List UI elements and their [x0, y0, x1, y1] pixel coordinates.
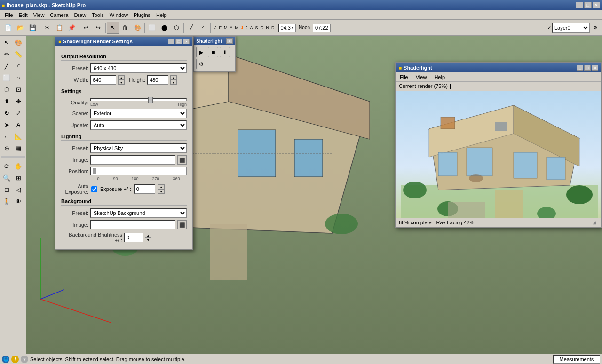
line-button[interactable]: ╱ — [185, 22, 197, 34]
month-M2[interactable]: M — [234, 25, 240, 31]
walk-tool[interactable]: 🚶 — [1, 196, 12, 207]
month-J[interactable]: J — [214, 25, 218, 31]
position-thumb[interactable] — [93, 168, 96, 174]
minimize-button[interactable]: _ — [576, 2, 583, 8]
protractor-tool[interactable]: 📐 — [13, 131, 24, 142]
month-A2[interactable]: A — [249, 25, 254, 31]
month-O[interactable]: O — [260, 25, 265, 31]
rect-tool[interactable]: ⬜ — [1, 72, 12, 83]
time-display-1[interactable]: 04:37 — [278, 24, 296, 32]
close-button[interactable]: × — [593, 2, 600, 8]
height-up[interactable]: ▲ — [170, 75, 177, 80]
dimension-tool[interactable]: ↔ — [1, 131, 12, 142]
menu-window[interactable]: Window — [107, 11, 131, 19]
scale-tool[interactable]: ⤢ — [13, 107, 24, 119]
zoom-extent-tool[interactable]: ⊡ — [1, 184, 12, 195]
open-button[interactable]: 📂 — [14, 22, 26, 34]
rp-close-btn[interactable]: × — [592, 65, 598, 71]
menu-help[interactable]: Help — [153, 11, 170, 19]
bg-image-input[interactable] — [90, 220, 175, 229]
month-A1[interactable]: A — [229, 25, 234, 31]
paint-tool[interactable]: 🎨 — [13, 37, 24, 48]
rp-maximize-btn[interactable]: □ — [584, 65, 591, 71]
paint-button[interactable]: 🎨 — [131, 22, 143, 34]
menu-edit[interactable]: Edit — [16, 11, 31, 19]
push-pull-tool[interactable]: ⬆ — [1, 95, 12, 107]
offset-tool[interactable]: ⊡ — [13, 84, 24, 95]
copy-button[interactable]: 📋 — [53, 22, 65, 34]
previous-view-tool[interactable]: ◁ — [13, 184, 24, 195]
month-F[interactable]: F — [218, 25, 223, 31]
paste-button[interactable]: 📌 — [65, 22, 78, 34]
month-J2[interactable]: J — [240, 25, 244, 31]
bg-browse-btn[interactable]: ⬛ — [177, 220, 187, 229]
height-down[interactable]: ▼ — [170, 80, 177, 85]
new-button[interactable]: 📄 — [2, 22, 14, 34]
width-input[interactable] — [90, 75, 116, 85]
month-D[interactable]: D — [270, 25, 276, 31]
bg-brightness-input[interactable] — [124, 233, 143, 242]
width-up[interactable]: ▲ — [118, 75, 125, 80]
position-slider[interactable] — [90, 167, 187, 175]
menu-draw[interactable]: Draw — [71, 11, 89, 19]
sl-pause-btn[interactable]: ⏸ — [220, 47, 230, 57]
cut-button[interactable]: ✂ — [41, 22, 53, 34]
text-tool[interactable]: A — [13, 119, 24, 130]
move-tool[interactable]: ✥ — [13, 95, 24, 107]
rp-minimize-btn[interactable]: _ — [577, 65, 583, 71]
save-button[interactable]: 💾 — [26, 22, 39, 34]
bg-brightness-up[interactable]: ▲ — [145, 233, 151, 237]
menu-tools[interactable]: Tools — [89, 11, 107, 19]
sl-close-btn[interactable]: × — [226, 38, 233, 44]
dialog-maximize-btn[interactable]: □ — [175, 39, 182, 44]
menu-file[interactable]: File — [2, 11, 16, 19]
lighting-image-input[interactable] — [90, 155, 175, 165]
circle-button[interactable]: ⬤ — [158, 22, 170, 34]
zoom-tool[interactable]: 🔍 — [1, 172, 12, 183]
menu-camera[interactable]: Camera — [47, 11, 71, 19]
month-M[interactable]: M — [223, 25, 229, 31]
exposure-down[interactable]: ▼ — [158, 189, 165, 194]
rectangle-button[interactable]: ⬜ — [146, 22, 158, 34]
menu-view[interactable]: View — [31, 11, 48, 19]
arc-tool[interactable]: ◜ — [13, 60, 24, 71]
line-tool[interactable]: ╱ — [1, 60, 12, 71]
tape-tool[interactable]: 📏 — [13, 48, 24, 60]
quality-slider-track[interactable] — [90, 98, 187, 101]
select-tool[interactable]: ↖ — [1, 37, 12, 48]
bg-brightness-down[interactable]: ▼ — [145, 237, 151, 242]
month-J3[interactable]: J — [245, 25, 249, 31]
select-button[interactable]: ↖ — [107, 22, 119, 34]
layer-settings-button[interactable]: ⚙ — [591, 23, 600, 32]
maximize-button[interactable]: □ — [584, 2, 592, 8]
month-S[interactable]: S — [254, 25, 259, 31]
auto-exposure-checkbox[interactable] — [91, 186, 97, 192]
rp-resize-handle[interactable]: ◢ — [593, 220, 598, 225]
polygon-tool[interactable]: ⬡ — [1, 84, 12, 95]
undo-button[interactable]: ↩ — [80, 22, 92, 34]
menu-plugins[interactable]: Plugins — [131, 11, 153, 19]
eraser-tool[interactable]: ✏ — [1, 48, 12, 60]
lighting-preset-select[interactable]: Physical Sky HDRI Artificial — [90, 143, 187, 153]
orbit-tool[interactable]: ⟳ — [1, 160, 12, 172]
follow-me-tool[interactable]: ➤ — [1, 119, 12, 130]
update-select[interactable]: Auto Manual — [90, 120, 187, 130]
polygon-button[interactable]: ⬡ — [170, 22, 182, 34]
rp-menu-view[interactable]: View — [414, 73, 429, 81]
eraser-button[interactable]: 🗑 — [119, 22, 131, 34]
axes-tool[interactable]: ⊕ — [1, 142, 12, 154]
layer-dropdown[interactable]: Layer0 — [552, 23, 590, 33]
lighting-browse-btn[interactable]: ⬛ — [177, 155, 187, 165]
time-display-2[interactable]: 07:22 — [313, 24, 331, 32]
section-tool[interactable]: ▦ — [13, 142, 24, 154]
sl-stop-btn[interactable]: ⏹ — [208, 47, 218, 57]
redo-button[interactable]: ↪ — [92, 22, 104, 34]
sl-render-btn[interactable]: ▶ — [196, 47, 206, 57]
rp-menu-help[interactable]: Help — [432, 73, 447, 81]
pan-tool[interactable]: ✋ — [13, 160, 24, 172]
sl-settings-btn[interactable]: ⚙ — [196, 59, 206, 69]
exposure-up[interactable]: ▲ — [158, 184, 165, 189]
dialog-minimize-btn[interactable]: _ — [168, 39, 174, 44]
height-input[interactable] — [147, 75, 168, 85]
quality-slider-thumb[interactable] — [148, 97, 153, 103]
